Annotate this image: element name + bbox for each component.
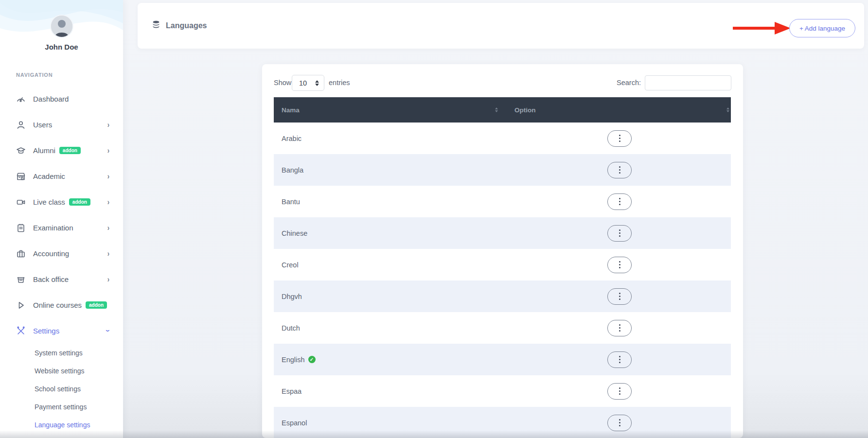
subitem-label: System settings [35,349,83,357]
gauge-icon [16,94,26,104]
row-options-button[interactable] [607,383,632,400]
table-row: Bantu [274,186,731,217]
row-options-button[interactable] [607,130,632,147]
search-label: Search: [614,79,641,87]
play-icon [16,300,26,310]
sidebar-item-label: Academic [33,172,65,180]
add-language-button[interactable]: + Add language [789,19,855,37]
table-row: Arabic [274,123,731,154]
row-options-button[interactable] [607,257,632,273]
table-header-row: Nama Option [274,97,731,123]
sidebar-item-label: Examination [33,224,73,232]
sidebar-item-label: Accounting [33,249,69,258]
sidebar-item-label: Dashboard [33,95,69,103]
chevron-right-icon: › [107,120,109,130]
chevron-right-icon: › [107,249,109,259]
table-row: Bangla [274,154,731,186]
entries-per-page-value: 10 [299,79,307,87]
sidebar-item-live-class[interactable]: Live class addon › [0,189,123,215]
sidebar-item-users[interactable]: Users › [0,112,123,138]
sidebar-subitem-website-settings[interactable]: Website settings [0,362,123,380]
sidebar-item-accounting[interactable]: Accounting › [0,241,123,266]
select-stepper-icon [315,80,319,86]
table-row: Espaa [274,375,731,407]
column-header-label: Nama [282,106,300,114]
video-camera-icon [16,197,26,207]
addon-badge: addon [69,198,90,206]
row-options-button[interactable] [607,351,632,368]
sidebar-item-alumni[interactable]: Alumni addon › [0,138,123,163]
sidebar: John Doe NAVIGATION Dashboard Users › Al… [0,0,123,438]
sidebar-subitem-system-settings[interactable]: System settings [0,344,123,362]
page-header: Languages + Add language [138,3,864,49]
page-title: Languages [166,21,207,30]
chevron-right-icon: › [107,223,109,233]
row-options-button[interactable] [607,415,632,431]
language-name: Dutch [274,324,502,332]
addon-badge: addon [86,301,107,309]
sidebar-item-label: Users [33,121,52,129]
language-name: Arabic [274,135,502,142]
sidebar-item-academic[interactable]: Academic › [0,163,123,189]
chevron-down-icon: › [104,330,113,332]
annotation-arrow [732,21,791,35]
entries-per-page-select[interactable]: 10 [292,75,324,91]
sidebar-subitem-payment-settings[interactable]: Payment settings [0,398,123,416]
nav-section-label: NAVIGATION [16,72,53,78]
chevron-right-icon: › [107,197,109,207]
sort-icon [495,107,498,112]
database-icon [151,20,161,32]
languages-table-card: Show 10 entries Search: Nama Option Arab… [262,64,743,438]
sidebar-item-label: Online courses [33,301,82,309]
subitem-label: Website settings [35,367,84,375]
table-row: Dhgvh [274,280,731,312]
sidebar-item-label: Back office [33,275,69,283]
row-options-button[interactable] [607,320,632,336]
sidebar-item-examination[interactable]: Examination › [0,215,123,241]
subitem-label: Payment settings [35,403,87,411]
row-options-button[interactable] [607,288,632,305]
row-options-button[interactable] [607,193,632,210]
column-header-option[interactable]: Option [502,97,731,123]
sidebar-item-label: Alumni [33,146,55,155]
sidebar-item-online-courses[interactable]: Online courses addon [0,292,123,318]
profile-name: John Doe [0,43,123,51]
sidebar-item-settings[interactable]: Settings › [0,318,123,344]
column-header-nama[interactable]: Nama [274,97,502,123]
language-name: Espanol [274,419,502,427]
row-options-button[interactable] [607,225,632,242]
language-name: Bangla [274,166,502,174]
language-name: English [282,356,305,364]
entries-label: entries [329,79,350,87]
subitem-label: School settings [35,385,81,393]
sidebar-item-label: Settings [33,327,59,335]
sort-icon [726,107,729,112]
graduation-cap-icon [16,146,26,156]
chevron-right-icon: › [107,275,109,284]
user-icon [16,120,26,130]
verified-check-icon: ✓ [308,356,316,363]
sidebar-subitem-school-settings[interactable]: School settings [0,380,123,398]
subitem-label: Language settings [35,421,90,429]
briefcase-icon [16,249,26,259]
printer-icon [16,275,26,284]
table-controls: Show 10 entries Search: [262,75,743,91]
language-name: Chinese [274,229,502,237]
tools-icon [16,326,26,336]
chevron-right-icon: › [107,146,109,156]
sidebar-subitem-language-settings[interactable]: Language settings [0,416,123,434]
sidebar-item-label: Live class [33,198,65,206]
sidebar-item-back-office[interactable]: Back office › [0,266,123,292]
storefront-icon [16,172,26,181]
table-row: Chinese [274,217,731,249]
avatar [50,15,73,38]
table-row: Espanol [274,407,731,438]
row-options-button[interactable] [607,162,632,178]
search-input[interactable] [645,75,731,90]
sidebar-item-dashboard[interactable]: Dashboard [0,86,123,112]
languages-table: Nama Option Arabic Bangla Bantu Chinese … [274,97,731,438]
table-row: Creol [274,249,731,280]
addon-badge: addon [59,147,81,154]
language-name: Dhgvh [274,293,502,300]
show-label: Show [274,79,291,87]
